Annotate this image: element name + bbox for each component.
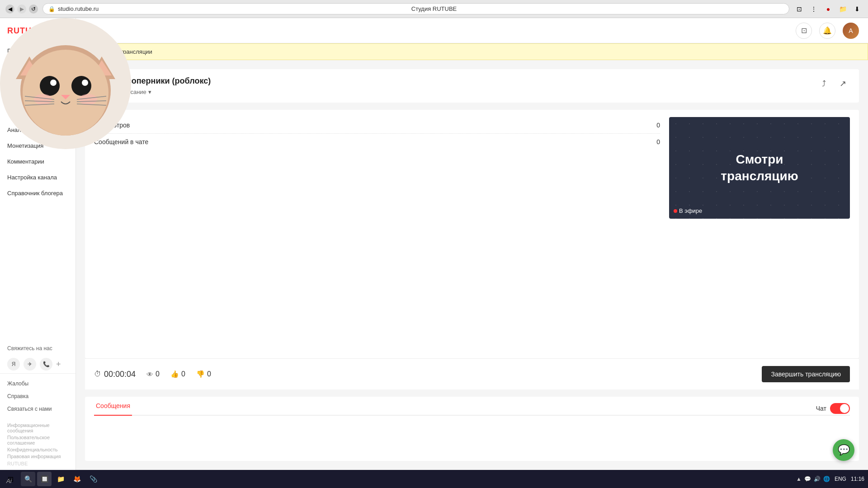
files-icon: 📁: [57, 475, 65, 483]
app-layout: RUTUBE Главная Видео Плейли... Загру... …: [0, 18, 868, 470]
browser-action-buttons[interactable]: ⊡ ⋮ ● 📁 ⬇: [794, 4, 863, 14]
sidebar-item-streams[interactable]: Трансл...: [0, 106, 75, 122]
sidebar-item-playlists[interactable]: Плейли...: [0, 75, 75, 90]
chat-toggle-label: Чат: [816, 405, 826, 412]
social-icon-telegram[interactable]: ✈: [24, 358, 36, 371]
warning-text: завершения трансляции: [85, 48, 152, 55]
social-icon-phone[interactable]: 📞: [40, 358, 52, 371]
search-app-icon: 🔍: [24, 475, 32, 483]
toggle-knob: [840, 404, 849, 413]
sidebar-item-main[interactable]: Главная: [0, 43, 75, 59]
main-header: ⊡ 🔔 А: [76, 18, 868, 43]
thumbs-down-icon: 👎: [196, 370, 205, 378]
chevron-down-icon: ▾: [148, 89, 151, 95]
forward-button[interactable]: ▶: [17, 5, 26, 14]
stream-stats-left: Просмотров 0 Сообщений в чате 0: [94, 117, 660, 351]
taskbar-time: 11:16: [851, 476, 864, 482]
cast-button[interactable]: ⊡: [794, 4, 805, 14]
multitask-icon: 🔲: [41, 475, 48, 483]
ai-label: Ai: [6, 478, 12, 484]
main-content-area: ⊡ 🔔 А завершения трансляции граем в сопе…: [76, 18, 868, 470]
taskbar-app-files[interactable]: 📁: [53, 472, 68, 486]
tray-expand-icon[interactable]: ▲: [796, 476, 802, 482]
lock-icon: 🔒: [48, 6, 55, 12]
chat-icon: 💬: [838, 444, 850, 456]
tray-volume-icon[interactable]: 🔊: [814, 476, 821, 482]
sidebar-social-section: Свяжитесь на нас: [0, 342, 75, 355]
sidebar-item-blogger-guide[interactable]: Справочник блогера: [0, 185, 75, 201]
viewers-value: 0: [156, 370, 160, 378]
stream-preview-panel: Смотри трансляцию В эфире: [669, 117, 850, 351]
sidebar-item-channel-settings[interactable]: Настройка канала: [0, 169, 75, 185]
extension-icon: ●: [823, 4, 834, 14]
stream-main-row: Просмотров 0 Сообщений в чате 0 Смотри т…: [85, 110, 859, 358]
chat-section: Сообщения Чат: [85, 397, 859, 461]
browser-nav-controls[interactable]: ◀ ▶ ↺: [5, 5, 38, 14]
user-avatar[interactable]: А: [843, 23, 859, 39]
sidebar-footer: Информационные сообщения Пользовательско…: [0, 419, 75, 470]
dislikes-counter: 👎 0: [196, 370, 211, 378]
warning-banner: завершения трансляции: [76, 43, 868, 60]
likes-counter: 👍 0: [170, 370, 185, 378]
footer-link-legal[interactable]: Правовая информация: [7, 454, 68, 459]
notification-button[interactable]: 🔔: [819, 23, 835, 39]
messages-tab[interactable]: Сообщения: [94, 402, 132, 416]
taskbar-app-paperclip[interactable]: 📎: [86, 472, 100, 486]
footer-brand: RUTUBE: [7, 461, 68, 466]
end-stream-button[interactable]: Завершить трансляцию: [762, 366, 850, 382]
taskbar-apps: 🔍 🔲 📁 🦊 📎: [21, 472, 100, 486]
chat-toggle-switch[interactable]: [830, 403, 850, 414]
refresh-button[interactable]: ↺: [29, 5, 38, 14]
social-add-button[interactable]: +: [56, 360, 61, 369]
sidebar-item-comments[interactable]: Комментарии: [0, 154, 75, 169]
timer-value: 00:00:04: [104, 370, 136, 379]
footer-link-terms[interactable]: Пользовательское соглашение: [7, 435, 68, 446]
footer-link-info[interactable]: Информационные сообщения: [7, 422, 68, 433]
download-button[interactable]: ⬇: [852, 4, 863, 14]
stream-timer: ⏱ 00:00:04: [94, 370, 136, 379]
tray-network-icon[interactable]: 🌐: [823, 476, 830, 482]
record-button[interactable]: ⊡: [796, 23, 812, 39]
browser-chrome: ◀ ▶ ↺ 🔒 studio.rutube.ru Студия RUTUBE ⊡…: [0, 0, 868, 18]
stream-preview-box: Смотри трансляцию В эфире: [669, 117, 850, 219]
chat-toggle-section: Чат: [816, 403, 850, 414]
sidebar-contact[interactable]: Связаться с нами: [0, 403, 75, 415]
timer-section: ⏱ 00:00:04 👁 0 👍 0 👎 0: [94, 370, 211, 379]
menu-button[interactable]: ⋮: [808, 4, 819, 14]
stream-title-section: граем в соперники (роблокс) Показать опи…: [94, 76, 211, 95]
taskbar-app-search[interactable]: 🔍: [21, 472, 35, 486]
live-label: В эфире: [679, 207, 702, 214]
stream-header-section: граем в соперники (роблокс) Показать опи…: [85, 69, 859, 103]
sidebar-navigation: Главная Видео Плейли... Загру... Трансл.…: [0, 43, 75, 342]
sidebar-complaints[interactable]: Жалобы: [0, 377, 75, 390]
share-icon[interactable]: ⤴: [816, 76, 831, 91]
back-button[interactable]: ◀: [5, 5, 14, 14]
sys-tray-icons: ▲ 💬 🔊 🌐: [796, 476, 830, 482]
clock-icon: ⏱: [94, 370, 101, 378]
sidebar-item-video[interactable]: Видео: [0, 59, 75, 75]
floating-action-button[interactable]: 💬: [833, 439, 854, 461]
viewers-counter: 👁 0: [146, 370, 160, 378]
live-badge: В эфире: [674, 207, 702, 214]
stat-row-views: Просмотров 0: [94, 117, 660, 134]
sidebar-item-upload[interactable]: Загру...: [0, 90, 75, 106]
sidebar: RUTUBE Главная Видео Плейли... Загру... …: [0, 18, 76, 470]
sidebar-help[interactable]: Справка: [0, 390, 75, 403]
sidebar-item-analytics[interactable]: Аналитика: [0, 122, 75, 138]
url-text: studio.rutube.ru: [58, 5, 99, 12]
taskbar-system-tray: ▲ 💬 🔊 🌐 ENG 11:16: [796, 476, 864, 482]
bookmark-button[interactable]: 📁: [837, 4, 848, 14]
show-description-link[interactable]: Показать описание ▾: [94, 89, 211, 95]
viewers-icon: 👁: [146, 371, 153, 378]
taskbar-app-browser[interactable]: 🦊: [70, 472, 84, 486]
footer-link-privacy[interactable]: Конфиденциальность: [7, 447, 68, 452]
stream-title: граем в соперники (роблокс): [94, 76, 211, 86]
sidebar-item-monetization[interactable]: Монетизация: [0, 138, 75, 154]
chat-value: 0: [656, 138, 660, 145]
thumbs-up-icon: 👍: [170, 370, 179, 378]
likes-value: 0: [181, 370, 185, 378]
live-indicator-dot: [674, 209, 677, 213]
taskbar-app-multitask[interactable]: 🔲: [37, 472, 52, 486]
social-icon-odnoklassniki[interactable]: Я: [7, 358, 20, 371]
open-external-icon[interactable]: ↗: [835, 76, 850, 91]
